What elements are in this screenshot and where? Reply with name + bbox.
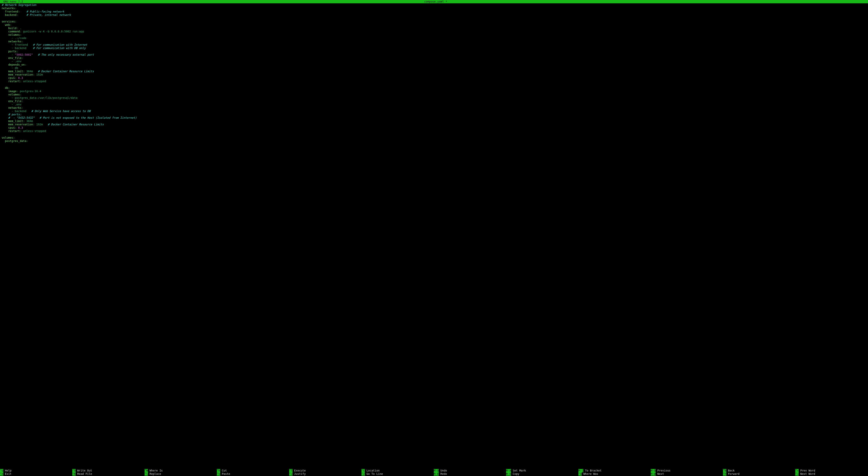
code-line[interactable]: - frontend # For communication with Inte… (2, 43, 868, 46)
help-shortcut[interactable]: ^BBack (723, 469, 795, 472)
code-line[interactable]: db: (2, 86, 868, 90)
help-shortcut[interactable]: ^→Next Word (795, 472, 868, 476)
code-line[interactable]: # ports: (2, 113, 868, 116)
code-line[interactable]: depends_on: (2, 63, 868, 66)
code-line[interactable] (2, 83, 868, 86)
shortcut-label: Where Was (583, 472, 598, 476)
help-shortcut[interactable]: M-6Copy (506, 472, 579, 476)
code-line[interactable]: # - "5432:5432" # Port is not exposed to… (2, 116, 868, 120)
shortcut-label: Back (728, 469, 735, 472)
file-name: compose.yaml * (23, 0, 848, 3)
code-token (2, 23, 5, 26)
help-shortcut[interactable]: ^\Replace (145, 472, 217, 476)
code-token: : (22, 40, 23, 43)
code-line[interactable]: env_file: (2, 57, 868, 60)
code-line[interactable]: - .env (2, 60, 868, 63)
code-line[interactable]: - backend # Only Web Service have access… (2, 109, 868, 113)
code-token: networks (8, 106, 21, 109)
help-shortcut[interactable]: ^JJustify (289, 472, 362, 476)
code-line[interactable]: volumes: (2, 136, 868, 139)
help-shortcut[interactable]: ^UPaste (217, 472, 289, 476)
code-line[interactable]: restart: unless-stopped (2, 130, 868, 133)
code-token (2, 139, 5, 142)
shortcut-label: Justify (294, 472, 306, 476)
help-shortcut[interactable]: M-QPrevious (651, 469, 723, 472)
shortcut-key: ^→ (795, 472, 799, 476)
code-token: restart (8, 80, 20, 83)
help-shortcut[interactable]: ^TExecute (289, 469, 362, 472)
shortcut-label: Set Mark (513, 469, 526, 472)
help-shortcut[interactable]: M-ERedo (434, 472, 506, 476)
code-line[interactable]: - postgres_data:/var/lib/postgresql/data (2, 96, 868, 100)
code-token: mem_reservation (8, 123, 33, 126)
help-shortcut[interactable]: ^RRead File (72, 472, 145, 476)
shortcut-label: Cut (222, 469, 227, 472)
editor-area[interactable]: # Network Segregationnetworks: frontend:… (0, 3, 868, 469)
code-token (2, 63, 8, 66)
code-line[interactable]: networks: (2, 7, 868, 10)
code-line[interactable]: mem_limit: 384m # Docker Container Resou… (2, 70, 868, 73)
code-token: backend (5, 13, 17, 16)
code-token (20, 10, 26, 13)
code-line[interactable]: ports: (2, 50, 868, 53)
shortcut-label: Go To Line (366, 472, 383, 476)
code-line[interactable]: command: gunicorn -w 4 -b 0.0.0.0:5002 r… (2, 30, 868, 33)
code-line[interactable]: services: (2, 20, 868, 23)
code-line[interactable]: cpus: 0.3 (2, 126, 868, 130)
help-shortcut[interactable]: ^/Go To Line (362, 472, 434, 476)
code-token (2, 76, 8, 79)
code-line[interactable]: build: . (2, 27, 868, 30)
help-shortcut[interactable]: ^FForward (723, 472, 795, 476)
shortcut-label: Forward (728, 472, 739, 476)
help-shortcut[interactable]: ^WWhere Is (145, 469, 217, 472)
code-line[interactable]: volumes: (2, 33, 868, 36)
help-shortcut[interactable]: ^CLocation (362, 469, 434, 472)
code-token: 384m (25, 120, 33, 123)
code-line[interactable] (2, 133, 868, 136)
code-line[interactable] (2, 16, 868, 20)
shortcut-label: Help (5, 469, 11, 472)
code-token (33, 53, 38, 56)
help-shortcut[interactable]: M-ASet Mark (506, 469, 579, 472)
code-line[interactable]: env_file: (2, 100, 868, 103)
code-line[interactable]: - .env (2, 103, 868, 106)
code-line[interactable]: frontend: # Public-facing network (2, 10, 868, 13)
help-shortcut[interactable]: M-]To Bracket (579, 469, 651, 472)
code-line[interactable]: cpus: 0.3 (2, 76, 868, 80)
help-shortcut[interactable]: ^XExit (0, 472, 72, 476)
code-line[interactable]: - backend # For communication with DB on… (2, 46, 868, 50)
code-token: 192m (35, 123, 43, 126)
shortcut-label: Copy (513, 472, 519, 476)
code-token (2, 60, 11, 63)
help-shortcut[interactable]: M-UUndo (434, 469, 506, 472)
code-line[interactable]: image: postgres:16.4 (2, 90, 868, 93)
code-line[interactable]: - "5002:5002" # The only necessary exter… (2, 53, 868, 57)
code-line[interactable]: - db (2, 66, 868, 70)
help-shortcut[interactable]: ^GHelp (0, 469, 72, 472)
code-token: 0.3 (17, 76, 23, 79)
code-line[interactable]: networks: (2, 106, 868, 109)
code-line[interactable]: web: (2, 23, 868, 27)
help-shortcut[interactable]: ^←Prev Word (795, 469, 868, 472)
help-shortcut[interactable]: ^KCut (217, 469, 289, 472)
code-line[interactable]: networks: (2, 40, 868, 43)
code-token: - (11, 53, 15, 56)
code-line[interactable]: backend: # Private, internal network (2, 13, 868, 16)
code-token: env_file (8, 57, 21, 60)
help-shortcut[interactable]: ^QWhere Was (579, 472, 651, 476)
help-shortcut[interactable]: ^OWrite Out (72, 469, 145, 472)
code-line[interactable]: volumes: (2, 93, 868, 96)
code-line[interactable]: mem_reservation: 192m # Docker Container… (2, 123, 868, 126)
code-line[interactable]: # Network Segregation (2, 3, 868, 7)
code-line[interactable]: - .:/code (2, 36, 868, 40)
code-token: - (11, 36, 15, 40)
help-shortcut[interactable]: M-WNext (651, 472, 723, 476)
code-token (2, 100, 8, 103)
code-line[interactable]: mem_limit: 384m (2, 120, 868, 123)
code-line[interactable]: postgres_data: (2, 139, 868, 143)
code-line[interactable]: mem_reservation: 192m (2, 73, 868, 76)
code-token: mem_limit (8, 120, 23, 123)
code-token (2, 96, 11, 99)
code-token: .env (15, 60, 22, 63)
code-line[interactable]: restart: unless-stopped (2, 80, 868, 83)
